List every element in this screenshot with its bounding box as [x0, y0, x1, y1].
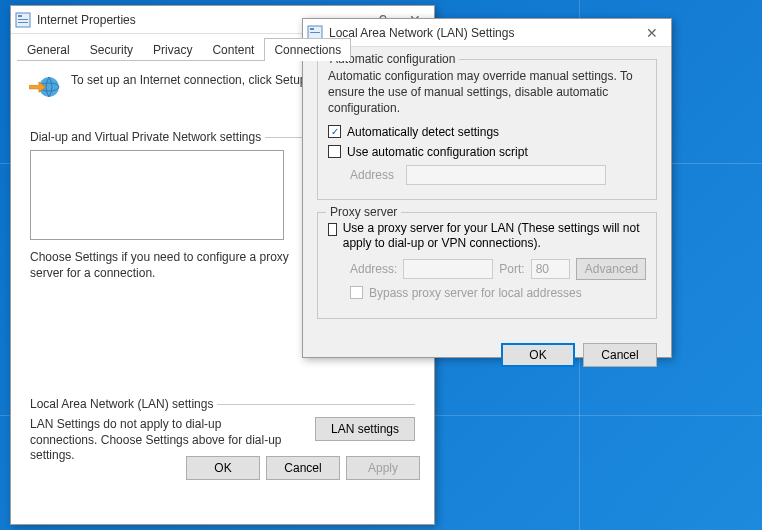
- lan-settings-button[interactable]: LAN settings: [315, 417, 415, 441]
- bypass-checkbox: [350, 286, 363, 299]
- auto-detect-checkbox[interactable]: ✓: [328, 125, 341, 138]
- advanced-button[interactable]: Advanced: [576, 258, 646, 280]
- window-title: Local Area Network (LAN) Settings: [329, 26, 637, 40]
- svg-rect-1: [18, 15, 22, 17]
- ok-button[interactable]: OK: [186, 456, 260, 480]
- use-proxy-checkbox[interactable]: [328, 223, 337, 236]
- tab-general[interactable]: General: [17, 38, 80, 61]
- auto-script-checkbox[interactable]: [328, 145, 341, 158]
- settings-hint: Choose Settings if you need to configure…: [30, 250, 310, 281]
- tab-security[interactable]: Security: [80, 38, 143, 61]
- cancel-button[interactable]: Cancel: [266, 456, 340, 480]
- proxy-group: Proxy server Use a proxy server for your…: [317, 212, 657, 319]
- titlebar[interactable]: Local Area Network (LAN) Settings ✕: [303, 19, 671, 47]
- address-label: Address: [350, 168, 398, 182]
- dialup-listbox[interactable]: [30, 150, 284, 240]
- globe-arrow-icon: [29, 73, 61, 105]
- proxy-address-label: Address:: [350, 262, 397, 276]
- setup-text: To set up an Internet connection, click …: [71, 73, 310, 89]
- close-button[interactable]: ✕: [637, 25, 667, 41]
- svg-rect-3: [18, 22, 28, 23]
- auto-config-desc: Automatic configuration may override man…: [328, 68, 646, 117]
- properties-icon: [15, 12, 31, 28]
- auto-detect-label: Automatically detect settings: [347, 125, 499, 139]
- cancel-button[interactable]: Cancel: [583, 343, 657, 367]
- lan-settings-window: Local Area Network (LAN) Settings ✕ Auto…: [302, 18, 672, 358]
- ok-button[interactable]: OK: [501, 343, 575, 367]
- script-address-input: [406, 165, 606, 185]
- tab-content[interactable]: Content: [202, 38, 264, 61]
- apply-button[interactable]: Apply: [346, 456, 420, 480]
- auto-config-group: Automatic configuration Automatic config…: [317, 59, 657, 200]
- svg-rect-8: [310, 32, 320, 33]
- proxy-port-input: 80: [531, 259, 570, 279]
- svg-rect-7: [310, 28, 314, 30]
- proxy-address-input: [403, 259, 493, 279]
- dialup-label: Dial-up and Virtual Private Network sett…: [30, 130, 261, 144]
- bypass-label: Bypass proxy server for local addresses: [369, 286, 582, 300]
- auto-script-label: Use automatic configuration script: [347, 145, 528, 159]
- tab-connections[interactable]: Connections: [264, 38, 351, 61]
- lan-label: Local Area Network (LAN) settings: [30, 397, 213, 411]
- use-proxy-label: Use a proxy server for your LAN (These s…: [343, 221, 646, 252]
- svg-rect-2: [18, 19, 28, 20]
- proxy-legend: Proxy server: [326, 205, 401, 219]
- proxy-port-label: Port:: [499, 262, 524, 276]
- tab-privacy[interactable]: Privacy: [143, 38, 202, 61]
